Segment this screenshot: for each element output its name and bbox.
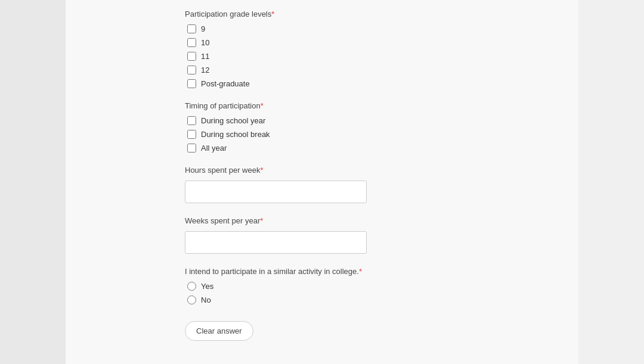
- grade-9-checkbox[interactable]: [187, 24, 196, 33]
- required-star-college: *: [359, 267, 362, 276]
- grade-12-item[interactable]: 12: [187, 66, 459, 74]
- timing-school-break-item[interactable]: During school break: [187, 130, 459, 139]
- weeks-input[interactable]: [185, 231, 367, 254]
- form-container: Participation grade levels* 9 10 11 12: [173, 0, 471, 364]
- weeks-label: Weeks spent per year*: [185, 216, 459, 225]
- weeks-section: Weeks spent per year*: [185, 216, 459, 254]
- timing-school-break-checkbox[interactable]: [187, 130, 196, 139]
- grade-10-checkbox[interactable]: [187, 38, 196, 47]
- grade-9-label: 9: [201, 24, 205, 33]
- timing-school-year-label: During school year: [201, 116, 265, 125]
- timing-section: Timing of participation* During school y…: [185, 101, 459, 153]
- college-label: I intend to participate in a similar act…: [185, 267, 459, 276]
- college-section: I intend to participate in a similar act…: [185, 267, 459, 304]
- required-star-grade: *: [271, 10, 274, 18]
- college-yes-item[interactable]: Yes: [187, 282, 459, 291]
- grade-checkbox-group: 9 10 11 12 Post-graduate: [187, 24, 459, 88]
- participation-grade-label: Participation grade levels*: [185, 10, 459, 18]
- college-no-item[interactable]: No: [187, 295, 459, 304]
- left-panel: [0, 0, 66, 364]
- required-star-weeks: *: [260, 216, 263, 225]
- grade-11-checkbox[interactable]: [187, 52, 196, 61]
- timing-school-break-label: During school break: [201, 130, 270, 139]
- grade-11-label: 11: [201, 52, 209, 61]
- required-star-hours: *: [260, 166, 263, 175]
- college-yes-radio[interactable]: [187, 282, 196, 291]
- timing-label: Timing of participation*: [185, 101, 459, 110]
- timing-school-year-item[interactable]: During school year: [187, 116, 459, 125]
- grade-12-label: 12: [201, 66, 209, 74]
- timing-checkbox-group: During school year During school break A…: [187, 116, 459, 153]
- participation-grade-section: Participation grade levels* 9 10 11 12: [185, 10, 459, 88]
- timing-all-year-item[interactable]: All year: [187, 144, 459, 153]
- clear-answer-button[interactable]: Clear answer: [185, 321, 253, 341]
- college-radio-group: Yes No: [187, 282, 459, 304]
- right-panel: [578, 0, 644, 364]
- hours-section: Hours spent per week*: [185, 166, 459, 203]
- college-yes-label: Yes: [201, 282, 213, 291]
- college-no-label: No: [201, 295, 211, 304]
- grade-11-item[interactable]: 11: [187, 52, 459, 61]
- grade-9-item[interactable]: 9: [187, 24, 459, 33]
- hours-input[interactable]: [185, 181, 367, 203]
- grade-10-label: 10: [201, 38, 209, 47]
- required-star-timing: *: [261, 101, 264, 110]
- grade-postgraduate-label: Post-graduate: [201, 79, 250, 88]
- grade-12-checkbox[interactable]: [187, 66, 196, 74]
- college-no-radio[interactable]: [187, 295, 196, 304]
- grade-postgraduate-checkbox[interactable]: [187, 79, 196, 88]
- timing-all-year-checkbox[interactable]: [187, 144, 196, 153]
- center-panel: Participation grade levels* 9 10 11 12: [66, 0, 578, 364]
- grade-postgraduate-item[interactable]: Post-graduate: [187, 79, 459, 88]
- hours-label: Hours spent per week*: [185, 166, 459, 175]
- timing-all-year-label: All year: [201, 144, 227, 153]
- timing-school-year-checkbox[interactable]: [187, 116, 196, 125]
- grade-10-item[interactable]: 10: [187, 38, 459, 47]
